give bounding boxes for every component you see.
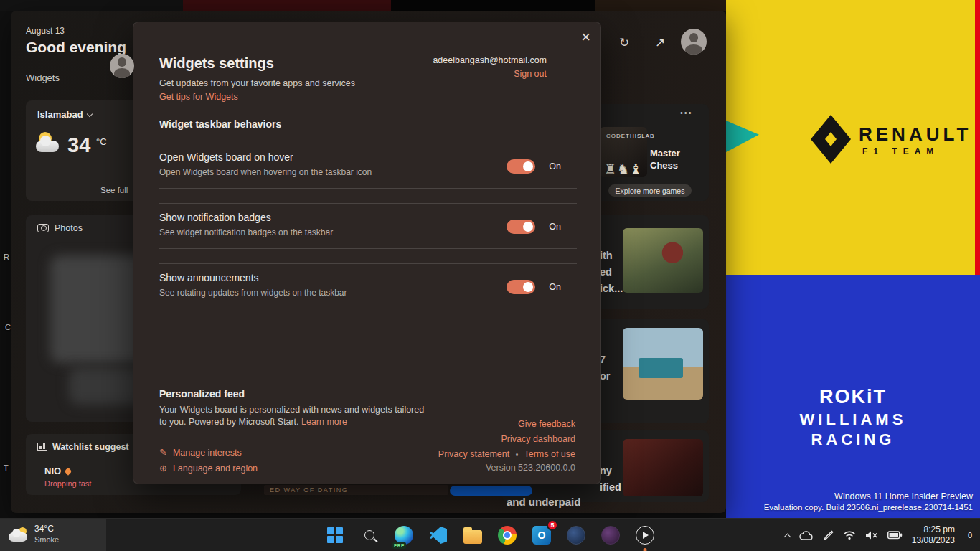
search-icon (364, 530, 374, 540)
file-explorer-button[interactable] (461, 524, 484, 547)
weather-icon (36, 132, 62, 155)
toggle-state-label: On (549, 161, 561, 171)
article-image (623, 328, 703, 400)
edge-pre-badge: PRE (392, 542, 406, 549)
clock[interactable]: 8:25 pm 13/08/2023 (912, 524, 955, 546)
app-button-1[interactable] (565, 524, 588, 547)
account-avatar[interactable] (110, 54, 134, 78)
app-icon (567, 526, 585, 545)
more-options-icon[interactable]: ••• (680, 108, 693, 117)
watchlist-ticker: NIO (44, 466, 71, 476)
chrome-button[interactable] (496, 524, 519, 547)
game-publisher: CODETHISLAB (606, 133, 654, 139)
chrome-icon (498, 526, 517, 545)
system-tray: 8:25 pm 13/08/2023 0 (785, 519, 976, 551)
personalized-feed-text: Your Widgets board is personalized with … (159, 405, 424, 415)
refresh-icon[interactable]: ↻ (619, 35, 629, 50)
setting-row-notification-badges: Show notification badges See widget noti… (159, 203, 577, 249)
tray-time: 8:25 pm (912, 524, 955, 535)
give-feedback-link[interactable]: Give feedback (518, 419, 575, 429)
learn-more-link[interactable]: Learn more (301, 417, 347, 427)
setting-description: Open Widgets board when hovering on the … (159, 167, 372, 177)
taskbar-weather-temp: 34°C (34, 524, 54, 534)
wifi-icon[interactable] (843, 530, 856, 540)
ad-banner-fragment[interactable]: ED WAY OF DATING (264, 485, 448, 495)
notification-count[interactable]: 0 (964, 529, 976, 541)
board-widgets-label: Widgets (26, 72, 60, 83)
start-button[interactable] (324, 524, 347, 547)
setting-description: See widget notification badges on the ta… (159, 227, 333, 237)
app-button-2[interactable] (599, 524, 622, 547)
article-image (623, 228, 703, 293)
toggle-open-on-hover[interactable] (507, 159, 535, 174)
weather-location-dropdown[interactable]: Islamabad (37, 109, 92, 120)
tray-chevron-up-icon[interactable] (783, 533, 791, 540)
manage-interests-link[interactable]: ✎Manage interests (159, 446, 242, 458)
headline-fragment: ith (600, 250, 613, 261)
taskbar-weather-widget[interactable]: 34°C Smoke (0, 519, 106, 551)
explore-more-games-button[interactable]: Explore more games (608, 184, 692, 197)
battery-icon[interactable] (887, 531, 903, 540)
insider-watermark-line1: Windows 11 Home Insider Preview (834, 491, 973, 501)
racing-wordmark: RACING (726, 430, 980, 449)
privacy-dashboard-link[interactable]: Privacy dashboard (501, 434, 575, 444)
expand-icon[interactable]: ↗ (655, 35, 665, 50)
flame-icon (64, 467, 72, 475)
board-date: August 13 (26, 26, 65, 36)
desktop-icon-label-fragment: R (4, 253, 9, 261)
board-profile-avatar[interactable] (681, 29, 707, 55)
media-player-button[interactable] (633, 524, 656, 547)
insider-watermark-line2: Evaluation copy. Build 23506.ni_prerelea… (764, 503, 973, 512)
chart-icon (37, 443, 47, 451)
wallpaper-red-strip (975, 0, 980, 275)
ad-button-fragment[interactable] (450, 486, 532, 496)
vscode-button[interactable] (427, 524, 450, 547)
desktop-icon-label-fragment: C (5, 323, 11, 331)
globe-icon: ⊕ (159, 463, 167, 474)
board-greeting: Good evening (26, 39, 126, 56)
taskbar-weather-condition: Smoke (34, 535, 59, 544)
toggle-state-label: On (549, 222, 561, 232)
close-icon[interactable]: × (581, 29, 590, 45)
vscode-icon (430, 527, 447, 544)
rokit-wordmark: ROKiT (726, 386, 980, 408)
terms-of-use-link[interactable]: Terms of use (524, 449, 575, 459)
privacy-statement-link[interactable]: Privacy statement (438, 449, 509, 459)
widgets-settings-dialog: × Widgets settings Get updates from your… (133, 22, 601, 484)
behaviors-heading: Widget taskbar behaviors (159, 118, 281, 130)
edge-browser-button[interactable]: PRE (392, 524, 415, 547)
outlook-button[interactable]: O 5 (530, 524, 553, 547)
wallpaper-yellow-panel: RENAULT F1 TEAM (726, 0, 980, 275)
toggle-announcements[interactable] (507, 280, 535, 294)
toggle-notification-badges[interactable] (507, 220, 535, 234)
privacy-terms-row: Privacy statement • Terms of use (438, 449, 575, 459)
dialog-title: Widgets settings (159, 55, 274, 72)
windows-logo-icon (327, 527, 343, 543)
weather-temp: 34 (67, 133, 90, 157)
media-player-icon (636, 526, 654, 545)
get-tips-link[interactable]: Get tips for Widgets (159, 92, 238, 102)
camera-icon (37, 224, 49, 232)
search-button[interactable] (358, 524, 381, 547)
weather-see-full-link[interactable]: See full (100, 186, 128, 194)
setting-row-open-on-hover: Open Widgets board on hover Open Widgets… (159, 143, 577, 189)
weather-unit: °C (96, 136, 107, 147)
game-title: Master Chess (650, 147, 702, 171)
onedrive-icon[interactable] (799, 531, 814, 540)
folder-icon (463, 530, 482, 544)
app-icon (601, 526, 620, 545)
sign-out-link[interactable]: Sign out (514, 69, 547, 79)
desktop-icon-label-fragment: T (4, 463, 9, 472)
taskbar: 34°C Smoke PRE O 5 (0, 518, 980, 551)
chevron-down-icon (86, 111, 92, 117)
williams-wordmark: WILLIAMS (726, 410, 980, 429)
headline-fragment: ny (600, 465, 612, 476)
version-label: Version 523.20600.0.0 (486, 463, 575, 473)
headline-fragment: or (600, 370, 611, 382)
language-region-link[interactable]: ⊕Language and region (159, 461, 258, 474)
dot-separator: • (516, 451, 519, 458)
renault-f1-team-label: F1 TEAM (862, 146, 939, 156)
pen-icon[interactable] (823, 530, 834, 541)
desktop-wallpaper: RENAULT F1 TEAM ROKiT WILLIAMS RACING (726, 0, 980, 551)
volume-mute-icon[interactable] (865, 530, 878, 540)
